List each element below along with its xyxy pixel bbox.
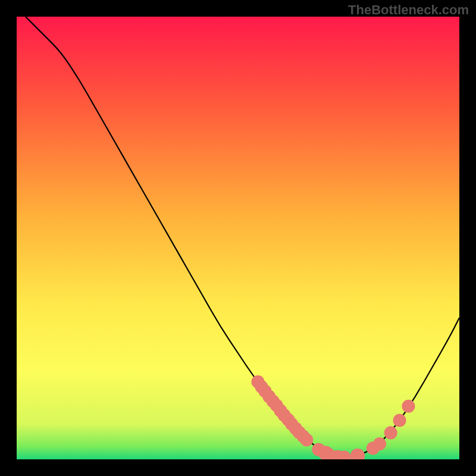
gradient-background: [17, 17, 459, 459]
data-marker: [300, 433, 313, 446]
watermark-text: TheBottleneck.com: [348, 2, 469, 18]
data-marker: [393, 414, 406, 427]
chart-svg: [17, 17, 459, 459]
plot-area: [17, 17, 459, 459]
data-marker: [402, 400, 415, 413]
data-marker: [373, 437, 386, 450]
data-marker: [384, 426, 397, 439]
chart-container: TheBottleneck.com: [0, 0, 476, 476]
